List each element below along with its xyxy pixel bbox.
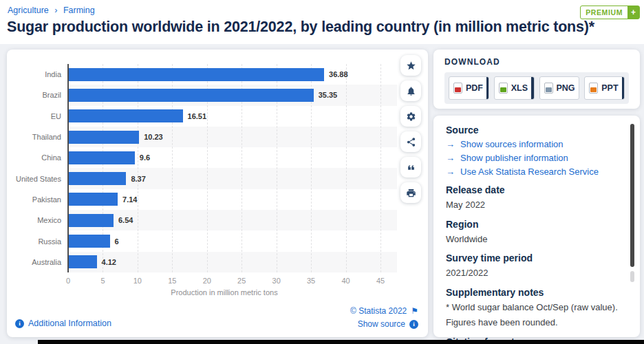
star-button[interactable] <box>400 55 421 76</box>
download-format-label: XLS <box>511 83 528 93</box>
category-label: EU <box>7 112 68 120</box>
x-tick-label: 15 <box>168 277 176 285</box>
section-heading-region: Region <box>446 219 627 230</box>
plot-cell: 8.37 <box>68 168 397 189</box>
x-tick-label: 10 <box>133 277 142 285</box>
bar-brazil <box>68 89 314 102</box>
value-label: 10.23 <box>144 133 163 141</box>
bar-mexico <box>68 214 114 227</box>
breadcrumb-link-farming[interactable]: Farming <box>63 6 95 15</box>
plot-cell: 36.88 <box>68 64 397 85</box>
category-label: United States <box>7 175 68 183</box>
print-icon <box>406 188 416 198</box>
xls-file-icon <box>499 83 508 94</box>
premium-badge[interactable]: PREMIUM + <box>580 6 640 19</box>
section-heading-source: Source <box>446 125 627 136</box>
section-text: * World sugar balance Oct/Sep (raw value… <box>446 301 627 314</box>
bell-icon <box>406 86 416 96</box>
y-axis-line <box>67 64 69 272</box>
section-text: Figures have been rounded. <box>446 316 627 329</box>
print-button[interactable] <box>400 182 421 203</box>
download-ppt-button[interactable]: PPT+ <box>584 76 625 100</box>
download-pdf-button[interactable]: PDF+ <box>449 76 489 100</box>
bar-australia <box>68 255 97 268</box>
value-label: 16.51 <box>188 112 207 120</box>
ppt-file-icon <box>589 83 598 94</box>
download-panel: DOWNLOAD PDF+XLS+PNG+PPT+ <box>433 50 640 109</box>
breadcrumb: Agriculture › Farming <box>8 6 95 15</box>
bar-eu <box>68 109 183 122</box>
section-heading-survey-time-period: Survey time period <box>446 252 627 264</box>
download-format-label: PPT <box>601 83 618 93</box>
gear-button[interactable] <box>400 106 421 127</box>
download-format-label: PDF <box>466 83 483 93</box>
arrow-icon: → <box>446 166 455 177</box>
value-label: 4.12 <box>102 258 116 266</box>
link-show-publisher-information[interactable]: →Show publisher information <box>446 153 627 163</box>
section-text: Worldwide <box>446 233 627 246</box>
value-label: 36.88 <box>329 70 348 78</box>
link-label: Show publisher information <box>460 153 568 163</box>
bottom-edge-bar <box>38 340 644 344</box>
section-text: 2021/2022 <box>446 267 627 279</box>
x-tick-label: 20 <box>203 277 211 285</box>
chart-row: Australia4.12 <box>7 252 397 272</box>
link-label: Use Ask Statista Research Service <box>460 166 599 177</box>
share-button[interactable] <box>400 131 421 152</box>
value-label: 6 <box>115 237 119 246</box>
pdf-file-icon <box>453 83 462 94</box>
gear-icon <box>406 111 416 122</box>
scrollbar-thumb[interactable] <box>630 124 634 267</box>
plot-cell: 6.54 <box>68 210 397 230</box>
arrow-icon: → <box>446 153 455 163</box>
chart-row: Thailand10.23 <box>7 127 397 147</box>
link-show-sources-information[interactable]: →Show sources information <box>446 139 627 149</box>
x-tick-label: 35 <box>307 277 315 285</box>
link-use-ask-statista-research-service[interactable]: →Use Ask Statista Research Service <box>446 166 627 177</box>
info-icon: i <box>15 319 24 328</box>
section-text: May 2022 <box>446 199 627 211</box>
category-label: Mexico <box>7 216 68 224</box>
show-source-link[interactable]: Show source i <box>358 319 418 329</box>
additional-information-link[interactable]: i Additional Information <box>15 319 111 328</box>
breadcrumb-link-agriculture[interactable]: Agriculture <box>8 6 49 15</box>
chart-row: India36.88 <box>7 64 397 85</box>
additional-information-label: Additional Information <box>28 319 111 328</box>
x-tick-label: 5 <box>100 277 105 285</box>
bar-chart: India36.88Brazil35.35EU16.51Thailand10.2… <box>7 64 397 272</box>
share-icon <box>406 137 416 147</box>
category-label: China <box>7 153 68 162</box>
chart-row: Pakistan7.14 <box>7 189 397 210</box>
download-xls-button[interactable]: XLS+ <box>494 76 535 100</box>
download-plus-icon[interactable]: + <box>531 77 534 99</box>
download-buttons: PDF+XLS+PNG+PPT+ <box>444 72 629 104</box>
chart-toolbar <box>400 55 421 203</box>
category-label: Thailand <box>7 133 68 141</box>
chart-row: China9.6 <box>7 147 397 168</box>
download-heading: DOWNLOAD <box>444 57 629 67</box>
bar-united-states <box>68 172 126 185</box>
value-label: 35.35 <box>319 91 338 99</box>
download-png-button[interactable]: PNG+ <box>539 76 580 100</box>
copyright-text: © Statista 2022 <box>350 306 407 316</box>
quote-button[interactable] <box>400 157 421 178</box>
chart-row: EU16.51 <box>7 106 397 127</box>
x-tick-label: 45 <box>376 277 385 285</box>
download-plus-icon[interactable]: + <box>622 77 625 99</box>
bell-button[interactable] <box>400 80 421 101</box>
info-icon: i <box>409 320 418 329</box>
download-plus-icon[interactable]: + <box>579 77 580 99</box>
star-icon <box>406 61 416 71</box>
scrollbar-track <box>630 271 634 282</box>
breadcrumb-separator: › <box>54 6 57 15</box>
value-label: 8.37 <box>131 175 145 183</box>
file-icon-color <box>590 87 597 92</box>
section-heading-supplementary-notes: Supplementary notes <box>446 287 627 298</box>
flag-icon[interactable]: ⚑ <box>411 306 418 316</box>
link-label: Show sources information <box>460 139 564 149</box>
download-plus-icon[interactable]: + <box>486 77 489 99</box>
section-heading-release-date: Release date <box>446 184 627 195</box>
chart-row: Brazil35.35 <box>7 85 397 105</box>
premium-plus-icon[interactable]: + <box>627 6 639 19</box>
download-format-label: PNG <box>557 83 575 93</box>
